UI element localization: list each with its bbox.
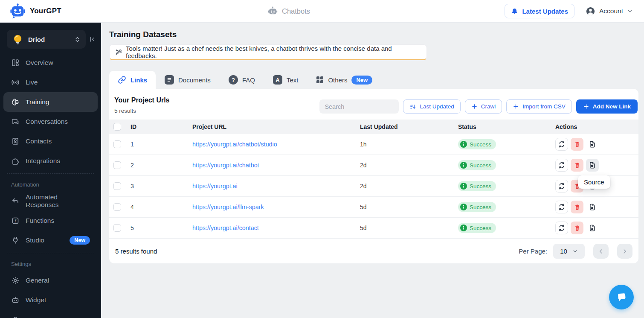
sidebar-item-live[interactable]: Live: [3, 73, 98, 92]
conversations-icon: [11, 117, 20, 126]
delete-button[interactable]: [571, 222, 583, 234]
sidebar: Driod Overview Live: [0, 23, 101, 318]
refresh-button[interactable]: [555, 201, 568, 213]
sidebar-item-label: Functions: [26, 217, 54, 225]
delete-button[interactable]: [571, 138, 583, 151]
add-label: Add New Link: [593, 103, 631, 110]
refresh-button[interactable]: [555, 138, 568, 151]
table-row: 1 https://yourgpt.ai/chatbot/studio 1h S…: [109, 134, 638, 155]
status-badge: Success: [458, 160, 496, 170]
row-checkbox[interactable]: [113, 224, 121, 232]
row-updated: 1h: [360, 141, 458, 148]
table-row: 2 https://yourgpt.ai/chatbot 2d Success: [109, 155, 638, 176]
row-updated: 5d: [360, 204, 458, 210]
sidebar-item-studio[interactable]: Studio New: [3, 230, 98, 250]
row-updated: 2d: [360, 183, 458, 190]
project-url-link[interactable]: https://yourgpt.ai/llm-spark: [192, 204, 264, 210]
sidebar-item-label: Conversations: [26, 118, 68, 125]
col-header-id: ID: [131, 123, 192, 130]
plus-icon: [583, 103, 589, 110]
row-id: 2: [131, 162, 192, 169]
table-footer: 5 results found Per Page: 10: [109, 239, 638, 263]
next-page-button[interactable]: [617, 244, 632, 259]
col-header-status: Status: [458, 123, 555, 130]
crawl-button[interactable]: Crawl: [465, 99, 502, 114]
source-button[interactable]: [586, 138, 599, 151]
import-csv-button[interactable]: Import from CSV: [506, 99, 572, 114]
sidebar-collapse-button[interactable]: [86, 33, 99, 46]
delete-button[interactable]: [571, 159, 583, 172]
tab-faq[interactable]: ? FAQ: [220, 71, 264, 89]
row-checkbox[interactable]: [113, 182, 121, 190]
sidebar-item-label: Live: [26, 79, 38, 86]
refresh-button[interactable]: [555, 180, 568, 193]
plus-icon: [513, 103, 519, 110]
project-url-link[interactable]: https://yourgpt.ai/chatbot/studio: [192, 141, 277, 148]
tab-links[interactable]: Links: [109, 71, 156, 89]
tab-label: Documents: [178, 76, 211, 84]
crawl-label: Crawl: [481, 103, 496, 110]
sidebar-item-label: Widget: [26, 296, 46, 304]
sidebar-item-label: General: [26, 277, 49, 284]
svg-text:f: f: [15, 219, 17, 223]
latest-updates-button[interactable]: Latest Updates: [505, 4, 574, 18]
page-title: Training Datasets: [109, 30, 177, 39]
prev-page-button[interactable]: [593, 244, 609, 259]
row-id: 5: [131, 225, 192, 231]
source-button[interactable]: [586, 222, 599, 234]
row-checkbox[interactable]: [113, 140, 121, 148]
tab-documents[interactable]: Documents: [156, 71, 220, 89]
sidebar-item-conversations[interactable]: Conversations: [3, 112, 98, 131]
chat-widget-button[interactable]: [609, 285, 634, 309]
chatbot-robot-icon: [268, 6, 278, 16]
nav-chatbots-label: Chatbots: [282, 7, 310, 15]
source-button-hovered[interactable]: [586, 159, 599, 172]
sidebar-item-training[interactable]: Training: [3, 92, 98, 112]
results-found: 5 results found: [115, 248, 157, 255]
topbar-right: Latest Updates Account: [505, 4, 644, 18]
section-label-automation: Automation: [0, 176, 101, 191]
functions-icon: f: [11, 216, 20, 225]
tab-others[interactable]: Others New: [307, 71, 381, 89]
per-page-select[interactable]: 10: [553, 244, 585, 259]
document-icon: [165, 75, 174, 85]
project-url-link[interactable]: https://yourgpt.ai/chatbot: [192, 162, 259, 169]
nav-chatbots[interactable]: Chatbots: [268, 0, 310, 23]
sidebar-item-integrations[interactable]: Integrations: [3, 151, 98, 171]
table-row: 3 https://yourgpt.ai 2d Success: [109, 176, 638, 197]
sidebar-item-functions[interactable]: f Functions: [3, 211, 98, 230]
sidebar-item-automated-responses[interactable]: Automated Responses: [3, 191, 98, 211]
brand: YourGPT: [0, 3, 61, 19]
link-icon: [118, 76, 126, 84]
workspace-selector[interactable]: Driod: [7, 30, 86, 49]
account-menu[interactable]: Account: [586, 6, 633, 16]
tab-text[interactable]: A Text: [264, 71, 307, 89]
row-id: 1: [131, 141, 192, 148]
sidebar-nav: Overview Live Training Conversations: [0, 53, 101, 318]
panel-header: Your Project Urls 5 results Last Updated: [109, 89, 638, 120]
sidebar-item-partial[interactable]: [3, 310, 98, 318]
sidebar-item-contacts[interactable]: Contacts: [3, 131, 98, 151]
project-url-link[interactable]: https://yourgpt.ai: [192, 183, 238, 190]
chevron-down-icon: [572, 248, 578, 254]
sidebar-item-general[interactable]: General: [3, 271, 98, 290]
select-all-checkbox[interactable]: [113, 123, 121, 131]
refresh-button[interactable]: [555, 222, 568, 234]
add-new-link-button[interactable]: Add New Link: [576, 99, 638, 114]
row-checkbox[interactable]: [113, 161, 121, 169]
status-badge: Success: [458, 223, 496, 233]
row-checkbox[interactable]: [113, 203, 121, 211]
project-url-link[interactable]: https://yourgpt.ai/contact: [192, 225, 259, 231]
col-header-url: Project URL: [192, 123, 360, 130]
training-brain-icon: [11, 98, 20, 106]
divider: [7, 253, 94, 253]
source-button[interactable]: [586, 201, 599, 213]
sidebar-item-label: Contacts: [26, 137, 52, 145]
search-input[interactable]: [319, 99, 399, 114]
sort-last-updated-button[interactable]: Last Updated: [403, 99, 460, 114]
sidebar-item-widget[interactable]: Widget: [3, 290, 98, 310]
refresh-button[interactable]: [555, 159, 568, 172]
delete-button[interactable]: [571, 201, 583, 213]
sidebar-item-overview[interactable]: Overview: [3, 53, 98, 73]
status-badge: Success: [458, 181, 496, 191]
